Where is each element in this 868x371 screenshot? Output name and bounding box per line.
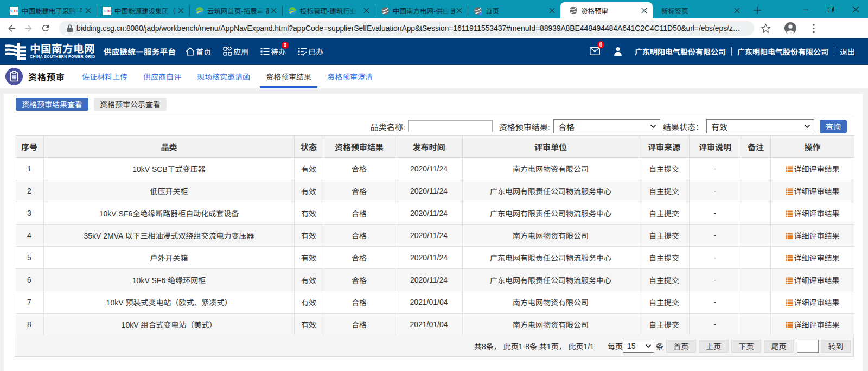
svg-text:CEDC: CEDC (10, 9, 18, 13)
svg-text:CEDC: CEDC (103, 9, 111, 13)
